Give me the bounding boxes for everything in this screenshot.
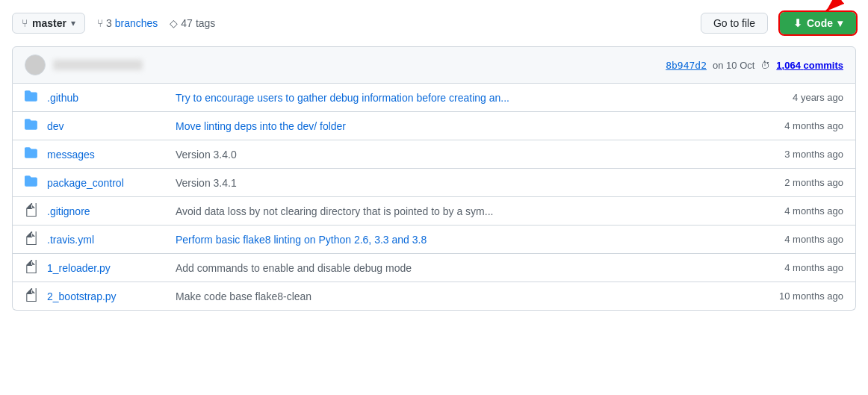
code-button-area: 点这里下载 ⬇ Code ▾ xyxy=(780,12,856,34)
table-row: devMove linting deps into the dev/ folde… xyxy=(13,112,855,140)
file-name-link[interactable]: .travis.yml xyxy=(47,234,94,246)
file-time: 2 months ago xyxy=(761,177,843,188)
avatar xyxy=(25,55,46,75)
tags-label: tags xyxy=(196,17,215,29)
file-name-link[interactable]: messages xyxy=(47,149,95,161)
file-time: 4 months ago xyxy=(761,205,843,217)
file-time: 4 years ago xyxy=(761,92,843,103)
tag-icon: ◇ xyxy=(170,17,178,29)
code-label: Code xyxy=(807,17,833,29)
file-message: Version 3.4.1 xyxy=(176,177,752,189)
file-name-link[interactable]: .gitignore xyxy=(47,205,90,217)
file-message-link[interactable]: Perform basic flake8 linting on Python 2… xyxy=(176,234,427,246)
file-message: Try to encourage users to gather debug i… xyxy=(176,92,752,104)
file-name-link[interactable]: package_control xyxy=(47,177,124,189)
branches-count: 3 xyxy=(106,17,112,29)
clock-icon: ⏱ xyxy=(760,60,770,71)
file-time: 4 months ago xyxy=(761,234,843,245)
annotation-arrow-svg xyxy=(796,0,864,13)
file-table: .githubTry to encourage users to gather … xyxy=(12,84,856,311)
table-row: 2_bootstrap.pyMake code base flake8-clea… xyxy=(13,282,855,310)
commit-header: 8b947d2 on 10 Oct ⏱ 1,064 commits xyxy=(12,46,856,84)
branches-fork-icon: ⑂ xyxy=(97,17,103,29)
annotation-area: 点这里下载 xyxy=(796,0,864,13)
file-message-link[interactable]: Try to encourage users to gather debug i… xyxy=(176,92,509,104)
file-name-link[interactable]: 2_bootstrap.py xyxy=(47,290,117,302)
file-message: Move linting deps into the dev/ folder xyxy=(176,120,752,132)
folder-icon xyxy=(25,175,38,190)
table-row: messagesVersion 3.4.03 months ago xyxy=(13,140,855,169)
username-blurred xyxy=(53,60,143,70)
table-row: .travis.ymlPerform basic flake8 linting … xyxy=(13,226,855,254)
file-time: 3 months ago xyxy=(761,149,843,160)
file-message-link[interactable]: Move linting deps into the dev/ folder xyxy=(176,120,346,132)
table-row: .githubTry to encourage users to gather … xyxy=(13,84,855,112)
file-message: Add commands to enable and disable debug… xyxy=(176,262,752,274)
toolbar: ⑂ master ▾ ⑂ 3 branches ◇ 47 tags Go to … xyxy=(12,12,856,34)
table-row: 1_reloader.pyAdd commands to enable and … xyxy=(13,254,855,282)
commits-count: 1,064 commits xyxy=(776,60,843,71)
folder-icon xyxy=(25,118,38,134)
commit-on-label: on 10 Oct xyxy=(713,60,754,71)
commit-info: 8b947d2 on 10 Oct ⏱ 1,064 commits xyxy=(666,60,843,71)
tags-count: 47 xyxy=(181,17,193,29)
go-to-file-button[interactable]: Go to file xyxy=(701,13,768,34)
branch-name: master xyxy=(32,17,66,29)
commit-sha[interactable]: 8b947d2 xyxy=(666,60,707,71)
branch-icon: ⑂ xyxy=(22,17,28,29)
branches-link[interactable]: branches xyxy=(115,17,158,29)
commits-count-link[interactable]: 1,064 commits xyxy=(776,60,843,71)
file-time: 4 months ago xyxy=(761,120,843,131)
meta-links: ⑂ 3 branches ◇ 47 tags xyxy=(97,17,215,29)
file-time: 4 months ago xyxy=(761,262,843,273)
file-icon xyxy=(25,203,38,219)
folder-icon xyxy=(25,146,38,162)
file-icon xyxy=(25,260,38,276)
file-time: 10 months ago xyxy=(761,290,843,302)
file-message: Avoid data loss by not clearing director… xyxy=(176,205,752,217)
branch-selector[interactable]: ⑂ master ▾ xyxy=(12,13,85,34)
branches-meta: ⑂ 3 branches xyxy=(97,17,158,29)
download-icon: ⬇ xyxy=(793,17,802,29)
code-button[interactable]: ⬇ Code ▾ xyxy=(780,12,856,34)
table-row: .gitignoreAvoid data loss by not clearin… xyxy=(13,197,855,226)
file-message: Perform basic flake8 linting on Python 2… xyxy=(176,234,752,246)
tags-meta: ◇ 47 tags xyxy=(170,17,215,29)
folder-icon xyxy=(25,90,38,105)
branch-chevron-icon: ▾ xyxy=(71,18,75,28)
table-row: package_controlVersion 3.4.12 months ago xyxy=(13,169,855,197)
file-name-link[interactable]: .github xyxy=(47,92,78,104)
file-icon xyxy=(25,288,38,304)
code-chevron-icon: ▾ xyxy=(837,17,843,29)
file-icon xyxy=(25,231,38,247)
file-message: Make code base flake8-clean xyxy=(176,290,752,302)
file-name-link[interactable]: 1_reloader.py xyxy=(47,262,111,274)
file-name-link[interactable]: dev xyxy=(47,120,64,132)
file-message: Version 3.4.0 xyxy=(176,149,752,161)
